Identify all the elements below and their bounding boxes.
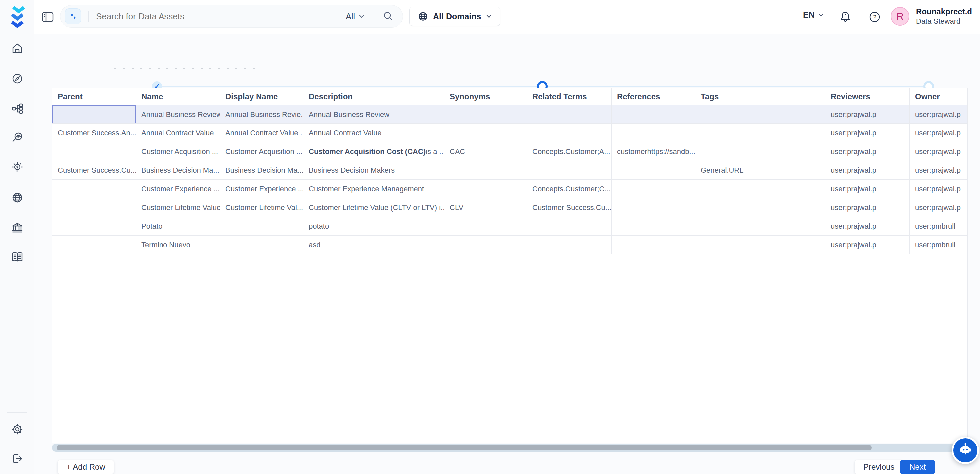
cell-display-name[interactable] [220, 236, 303, 254]
cell-synonyms[interactable] [444, 217, 527, 236]
cell-related-terms[interactable] [527, 124, 612, 142]
cell-references[interactable] [612, 105, 695, 124]
cell-display-name[interactable]: Customer Lifetime Val... [220, 199, 303, 217]
cell-parent[interactable]: Customer Success.An... [52, 124, 136, 142]
search-scope-dropdown[interactable]: All [346, 12, 365, 21]
cell-owner[interactable]: user:prajwal.p [910, 142, 967, 161]
cell-related-terms[interactable]: Concepts.Customer;C... [527, 180, 612, 199]
cell-reviewers[interactable]: user:prajwal.p [826, 105, 910, 124]
domains-filter-button[interactable]: All Domains [409, 7, 501, 26]
cell-owner[interactable]: user:prajwal.p [910, 105, 967, 124]
cell-related-terms[interactable] [527, 236, 612, 254]
cell-tags[interactable] [695, 180, 826, 199]
column-header-parent[interactable]: Parent [52, 88, 136, 105]
previous-button[interactable]: Previous [854, 460, 904, 474]
next-button[interactable]: Next [900, 460, 935, 474]
sidebar-item-lineage[interactable] [0, 98, 34, 119]
cell-name[interactable]: Customer Experience ... [136, 180, 220, 199]
app-logo[interactable] [9, 4, 27, 29]
cell-reviewers[interactable]: user:prajwal.p [826, 217, 910, 236]
cell-owner[interactable]: user:prajwal.p [910, 124, 967, 142]
cell-name[interactable]: Annual Contract Value [136, 124, 220, 142]
add-row-button[interactable]: + Add Row [57, 460, 114, 474]
cell-parent[interactable] [52, 105, 136, 124]
column-header-description[interactable]: Description [303, 88, 444, 105]
cell-display-name[interactable]: Customer Experience ... [220, 180, 303, 199]
cell-owner[interactable]: user:pmbrull [910, 236, 967, 254]
cell-display-name[interactable]: Annual Contract Value ... [220, 124, 303, 142]
ai-search-button[interactable] [65, 8, 81, 24]
cell-tags[interactable] [695, 105, 826, 124]
cell-synonyms[interactable] [444, 124, 527, 142]
cell-synonyms[interactable]: CAC [444, 142, 527, 161]
cell-owner[interactable]: user:pmbrull [910, 217, 967, 236]
cell-reviewers[interactable]: user:prajwal.p [826, 236, 910, 254]
cell-synonyms[interactable] [444, 180, 527, 199]
cell-tags[interactable] [695, 217, 826, 236]
cell-owner[interactable]: user:prajwal.p [910, 199, 967, 217]
cell-description[interactable]: potato [303, 217, 444, 236]
cell-tags[interactable] [695, 142, 826, 161]
cell-parent[interactable] [52, 217, 136, 236]
search-submit-button[interactable] [383, 11, 393, 22]
help-button[interactable]: ? [867, 9, 883, 25]
cell-parent[interactable] [52, 199, 136, 217]
cell-tags[interactable]: General.URL [695, 161, 826, 180]
cell-name[interactable]: Potato [136, 217, 220, 236]
column-header-name[interactable]: Name [136, 88, 220, 105]
sidebar-item-explore[interactable] [0, 68, 34, 89]
column-header-owner[interactable]: Owner [910, 88, 967, 105]
cell-tags[interactable] [695, 199, 826, 217]
cell-related-terms[interactable]: Customer Success.Cu... [527, 199, 612, 217]
cell-reviewers[interactable]: user:prajwal.p [826, 142, 910, 161]
language-selector[interactable]: EN [803, 10, 824, 20]
cell-synonyms[interactable]: CLV [444, 199, 527, 217]
cell-parent[interactable] [52, 180, 136, 199]
cell-tags[interactable] [695, 236, 826, 254]
column-header-synonyms[interactable]: Synonyms [444, 88, 527, 105]
cell-name[interactable]: Termino Nuevo [136, 236, 220, 254]
column-header-reviewers[interactable]: Reviewers [826, 88, 910, 105]
cell-description[interactable]: Annual Business Review [303, 105, 444, 124]
cell-name[interactable]: Business Decision Ma... [136, 161, 220, 180]
cell-owner[interactable]: user:prajwal.p [910, 180, 967, 199]
cell-display-name[interactable]: Business Decision Ma... [220, 161, 303, 180]
cell-display-name[interactable]: Annual Business Revie... [220, 105, 303, 124]
cell-related-terms[interactable] [527, 105, 612, 124]
cell-references[interactable] [612, 217, 695, 236]
cell-description[interactable]: Customer Acquisition Cost (CAC) is a ... [303, 142, 444, 161]
cell-references[interactable] [612, 236, 695, 254]
cell-name[interactable]: Customer Acquisition ... [136, 142, 220, 161]
scrollbar-thumb[interactable] [57, 445, 872, 450]
cell-references[interactable] [612, 180, 695, 199]
cell-parent[interactable]: Customer Success.Cu... [52, 161, 136, 180]
sidebar-item-home[interactable] [0, 38, 34, 59]
cell-display-name[interactable]: Customer Acquisition ... [220, 142, 303, 161]
user-menu[interactable]: R Rounakpreet.d Data Steward [891, 7, 980, 26]
cell-related-terms[interactable] [527, 161, 612, 180]
cell-parent[interactable] [52, 142, 136, 161]
cell-references[interactable] [612, 161, 695, 180]
cell-references[interactable] [612, 124, 695, 142]
cell-parent[interactable] [52, 236, 136, 254]
cell-description[interactable]: Business Decision Makers [303, 161, 444, 180]
sidebar-item-observability[interactable] [0, 127, 34, 148]
cell-owner[interactable]: user:prajwal.p [910, 161, 967, 180]
sidebar-item-logout[interactable] [0, 448, 34, 469]
sidebar-item-domains[interactable] [0, 187, 34, 208]
cell-reviewers[interactable]: user:prajwal.p [826, 124, 910, 142]
cell-description[interactable]: asd [303, 236, 444, 254]
cell-reviewers[interactable]: user:prajwal.p [826, 199, 910, 217]
cell-description[interactable]: Customer Lifetime Value (CLTV or LTV) i.… [303, 199, 444, 217]
column-header-related-terms[interactable]: Related Terms [527, 88, 612, 105]
cell-description[interactable]: Annual Contract Value [303, 124, 444, 142]
cell-name[interactable]: Annual Business Review [136, 105, 220, 124]
cell-related-terms[interactable]: Concepts.Customer;A... [527, 142, 612, 161]
cell-synonyms[interactable] [444, 236, 527, 254]
cell-synonyms[interactable] [444, 105, 527, 124]
cell-references[interactable] [612, 199, 695, 217]
cell-related-terms[interactable] [527, 217, 612, 236]
chatbot-button[interactable] [952, 437, 979, 464]
sidebar-item-govern[interactable] [0, 217, 34, 238]
sidebar-item-settings[interactable] [0, 419, 34, 440]
